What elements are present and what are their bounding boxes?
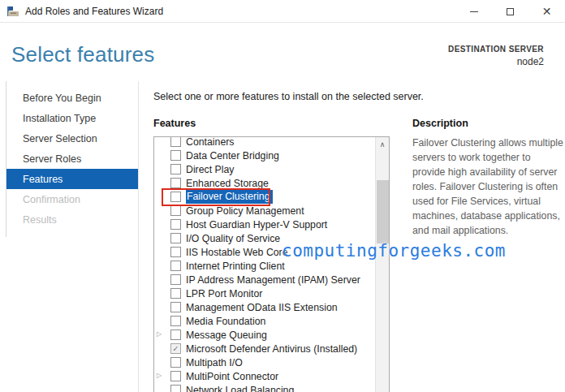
destination-server-block: DESTINATION SERVER node2 (448, 45, 544, 67)
feature-checkbox[interactable] (170, 261, 181, 271)
expander-icon[interactable]: ▷ (157, 331, 162, 338)
feature-row-media-foundation[interactable]: Media Foundation (154, 314, 389, 328)
feature-label: MultiPoint Connector (186, 371, 278, 382)
feature-row-failover-clustering[interactable]: Failover Clustering (154, 190, 389, 204)
feature-row-multipath-i-o[interactable]: Multipath I/O (154, 355, 389, 369)
feature-checkbox[interactable] (170, 150, 181, 161)
minimize-icon (470, 11, 478, 12)
feature-checkbox[interactable] (170, 205, 181, 216)
feature-label: LPR Port Monitor (186, 288, 262, 299)
features-rows: ContainersData Center BridgingDirect Pla… (154, 136, 389, 392)
feature-label: Message Queuing (186, 330, 267, 341)
feature-label: Internet Printing Client (186, 261, 285, 272)
maximize-icon (507, 8, 514, 15)
feature-row-data-center-bridging[interactable]: Data Center Bridging (154, 149, 389, 162)
feature-checkbox[interactable] (170, 371, 181, 381)
feature-row-host-guardian-hyper-v-support[interactable]: Host Guardian Hyper-V Support (154, 218, 389, 231)
window-controls: ✕ (455, 0, 565, 23)
feature-row-internet-printing-client[interactable]: Internet Printing Client (154, 259, 389, 273)
scrollbar-thumb[interactable] (377, 180, 389, 243)
feature-checkbox[interactable] (170, 316, 181, 326)
sidebar-item-server-roles[interactable]: Server Roles (6, 149, 138, 169)
sidebar-item-features[interactable]: Features (6, 169, 138, 189)
feature-label: IP Address Management (IPAM) Server (186, 274, 360, 286)
feature-row-group-policy-management[interactable]: Group Policy Management (154, 204, 389, 218)
feature-checkbox[interactable] (170, 247, 181, 257)
feature-label: Data Center Bridging (186, 150, 279, 162)
window-title: Add Roles and Features Wizard (25, 6, 163, 17)
feature-checkbox[interactable] (170, 302, 181, 312)
close-button[interactable]: ✕ (528, 0, 565, 23)
feature-row-containers[interactable]: Containers (154, 136, 389, 149)
feature-row-multipoint-connector[interactable]: ▷MultiPoint Connector (154, 369, 389, 383)
features-listbox[interactable]: ContainersData Center BridgingDirect Pla… (153, 136, 390, 392)
add-roles-features-wizard-window: Add Roles and Features Wizard ✕ Select f… (0, 0, 565, 392)
maximize-button[interactable] (492, 0, 528, 23)
feature-checkbox[interactable] (170, 219, 181, 230)
wizard-app-icon (6, 5, 19, 18)
feature-row-ip-address-management-ipam-server[interactable]: IP Address Management (IPAM) Server (154, 273, 389, 286)
feature-row-lpr-port-monitor[interactable]: LPR Port Monitor (154, 286, 389, 300)
feature-label: Group Policy Management (186, 205, 304, 217)
feature-row-iis-hostable-web-core[interactable]: IIS Hostable Web Core (154, 245, 389, 259)
instruction-text: Select one or more features to install o… (153, 91, 424, 102)
scrollbar[interactable]: ∧ (375, 137, 389, 392)
feature-label: Enhanced Storage (186, 178, 269, 189)
expander-icon[interactable]: ▷ (157, 373, 162, 379)
feature-checkbox[interactable] (170, 357, 181, 368)
feature-checkbox[interactable] (170, 178, 181, 188)
feature-checkbox[interactable] (170, 385, 181, 392)
feature-checkbox[interactable] (170, 288, 181, 299)
feature-row-management-odata-iis-extension[interactable]: Management OData IIS Extension (154, 300, 389, 314)
feature-checkbox[interactable] (170, 192, 181, 202)
feature-label: Direct Play (186, 164, 234, 175)
sidebar-item-before-you-begin[interactable]: Before You Begin (6, 88, 138, 108)
feature-label: Management OData IIS Extension (186, 302, 338, 313)
feature-checkbox[interactable] (170, 164, 181, 174)
feature-checkbox[interactable]: ✓ (170, 343, 181, 354)
feature-row-enhanced-storage[interactable]: Enhanced Storage (154, 176, 389, 190)
feature-checkbox[interactable] (170, 233, 181, 243)
feature-label: Network Load Balancing (186, 385, 294, 392)
feature-row-direct-play[interactable]: Direct Play (154, 162, 389, 176)
feature-label: Multipath I/O (186, 357, 243, 368)
feature-label: Containers (186, 136, 234, 148)
close-icon: ✕ (542, 6, 552, 17)
sidebar-item-confirmation: Confirmation (6, 189, 138, 209)
feature-label: Microsoft Defender Antivirus (Installed) (186, 343, 357, 355)
feature-label: I/O Quality of Service (186, 233, 280, 244)
page-title: Select features (11, 42, 154, 67)
wizard-nav-sidebar: Before You BeginInstallation TypeServer … (6, 88, 138, 230)
sidebar-item-server-selection[interactable]: Server Selection (6, 128, 138, 149)
description-heading: Description (412, 118, 468, 129)
feature-label: Host Guardian Hyper-V Support (186, 219, 327, 230)
feature-row-microsoft-defender-antivirus-installed[interactable]: ✓Microsoft Defender Antivirus (Installed… (154, 342, 389, 355)
destination-server-name: node2 (448, 56, 544, 67)
feature-label: Failover Clustering (186, 190, 273, 204)
feature-label: IIS Hostable Web Core (186, 247, 288, 258)
sidebar-item-installation-type[interactable]: Installation Type (6, 108, 138, 128)
nav-content-divider (138, 81, 139, 392)
minimize-button[interactable] (455, 0, 492, 23)
features-list-label: Features (153, 118, 196, 129)
description-text: Failover Clustering allows multiple serv… (412, 136, 563, 238)
scrollbar-up-arrow[interactable]: ∧ (376, 137, 389, 151)
feature-checkbox[interactable] (170, 274, 181, 285)
feature-row-network-load-balancing[interactable]: Network Load Balancing (154, 383, 389, 392)
feature-label: Media Foundation (186, 316, 265, 327)
feature-row-i-o-quality-of-service[interactable]: I/O Quality of Service (154, 231, 389, 245)
destination-server-label: DESTINATION SERVER (448, 45, 544, 54)
sidebar-item-results: Results (6, 209, 138, 230)
feature-checkbox[interactable] (170, 330, 181, 340)
feature-row-message-queuing[interactable]: ▷Message Queuing (154, 328, 389, 342)
titlebar: Add Roles and Features Wizard ✕ (0, 0, 565, 23)
feature-checkbox[interactable] (170, 136, 181, 147)
